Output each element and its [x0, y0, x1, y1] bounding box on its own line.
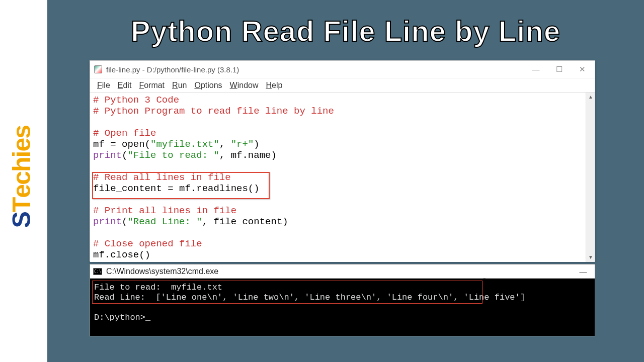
cmd-window-controls: —	[578, 267, 592, 276]
page-title: Python Read File Line by Line	[47, 14, 644, 48]
menu-run[interactable]: Run	[169, 80, 190, 91]
cmd-minimize-button[interactable]: —	[578, 267, 589, 276]
menu-edit[interactable]: Edit	[115, 80, 135, 91]
editor-window: file-line.py - D:/python/file-line.py (3…	[90, 60, 595, 261]
menu-file[interactable]: File	[94, 80, 113, 91]
menu-help[interactable]: Help	[263, 80, 286, 91]
cmd-output[interactable]: File to read: myfile.txt Read Line: ['Li…	[90, 279, 595, 347]
editor-titlebar: file-line.py - D:/python/file-line.py (3…	[90, 61, 595, 78]
editor-menubar: File Edit Format Run Options Window Help	[90, 78, 595, 93]
cmd-cursor: _	[145, 313, 150, 322]
vertical-scrollbar[interactable]: ▲ ▼	[586, 93, 595, 262]
idle-icon	[94, 65, 102, 73]
menu-format[interactable]: Format	[136, 80, 168, 91]
minimize-button[interactable]: —	[530, 65, 541, 74]
code-content: # Python 3 Code # Python Program to read…	[90, 93, 595, 262]
menu-options[interactable]: Options	[191, 80, 225, 91]
logo: STechies	[7, 126, 38, 228]
cmd-titlebar: C:\ C:\Windows\system32\cmd.exe —	[90, 264, 595, 279]
editor-window-controls: — ☐ ✕	[530, 65, 591, 74]
maximize-button[interactable]: ☐	[553, 65, 565, 74]
cmd-icon: C:\	[93, 268, 102, 275]
editor-title-text: file-line.py - D:/python/file-line.py (3…	[106, 65, 239, 74]
scroll-down-icon[interactable]: ▼	[586, 253, 595, 262]
cmd-window: C:\ C:\Windows\system32\cmd.exe — File t…	[90, 264, 595, 336]
scroll-up-icon[interactable]: ▲	[586, 93, 595, 102]
menu-window[interactable]: Window	[227, 80, 262, 91]
cmd-title-text: C:\Windows\system32\cmd.exe	[106, 267, 218, 276]
code-area[interactable]: # Python 3 Code # Python Program to read…	[90, 93, 595, 262]
close-button[interactable]: ✕	[577, 65, 588, 74]
